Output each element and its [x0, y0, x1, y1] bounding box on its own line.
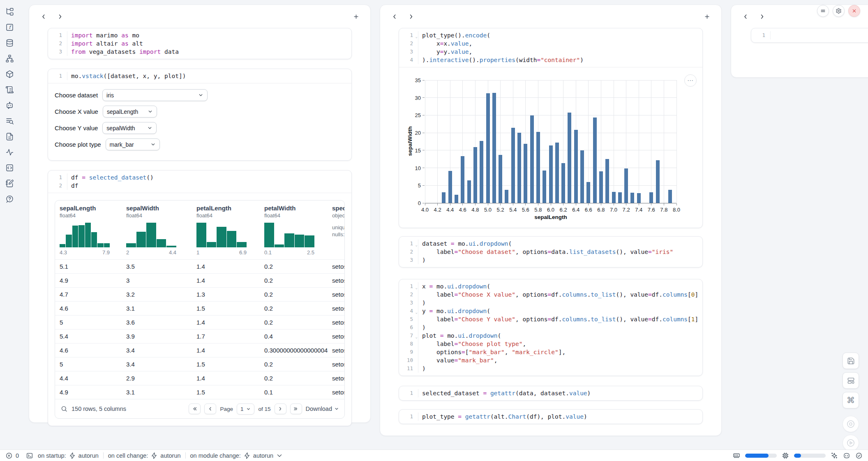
command-icon: ⌘	[847, 396, 855, 404]
x-tick-label: 6.8	[597, 207, 605, 213]
chart-bar	[505, 190, 508, 203]
chart-bar	[580, 150, 584, 203]
code-editor[interactable]: 1⌄dataset = mo.ui.dropdown(2 label="Choo…	[399, 237, 702, 267]
code-line: 2 label="Choose dataset", options=data.l…	[399, 248, 701, 256]
choose-x-value-select[interactable]: sepalLength	[103, 106, 157, 118]
column-header-sepalWidth[interactable]: sepalWidthfloat6424.4	[122, 201, 192, 259]
code-editor[interactable]: 1df = selected_dataset()2df	[48, 171, 351, 193]
divider	[103, 452, 104, 459]
bolt-icon	[69, 452, 76, 459]
chat-bot-icon[interactable]	[5, 100, 14, 110]
connection-status-button[interactable]	[855, 452, 863, 459]
table-cell: 5	[55, 361, 122, 368]
add-cell-button[interactable]	[351, 11, 361, 22]
code-editor[interactable]: 1⌄plot_type().encode(2 x=x.value,3 y=y.v…	[399, 28, 702, 67]
code-line: 1⌄x = mo.ui.dropdown(	[399, 282, 701, 290]
selected-dataset-cell: 1selected_dataset = getattr(data, datase…	[399, 386, 703, 401]
line-number: 3	[399, 256, 418, 264]
column-header-species[interactable]: speciesobjectuniquenulls:	[328, 201, 344, 259]
on-cell-change-mode[interactable]: on cell change:autorun	[108, 452, 181, 459]
table-cell: 1.7	[192, 333, 260, 340]
column-histogram	[60, 223, 110, 247]
layout-button[interactable]	[843, 372, 859, 389]
stop-button[interactable]	[843, 416, 859, 432]
code-line: 10 value="mark_bar",	[399, 356, 701, 364]
column-move-left-button[interactable]	[740, 11, 751, 22]
download-button[interactable]: Download	[306, 406, 339, 412]
table-cell: 0.2	[260, 263, 328, 270]
document-icon[interactable]	[5, 131, 14, 141]
table-cell: 1.4	[192, 263, 260, 270]
column-move-left-button[interactable]	[389, 11, 400, 22]
copilot-button[interactable]	[843, 452, 850, 459]
chart-bar	[549, 145, 553, 203]
database-icon[interactable]	[5, 38, 14, 48]
activity-icon[interactable]	[5, 147, 14, 157]
page-select[interactable]: 1	[237, 403, 255, 415]
code-line: 2import altair as alt	[48, 39, 350, 48]
line-number: 9	[399, 348, 418, 356]
file-tree-icon[interactable]	[5, 7, 14, 16]
choose-plot-type-select[interactable]: mark_bar	[106, 138, 160, 150]
keyboard-shortcuts-button[interactable]: ⌘	[843, 392, 859, 408]
x-tick-label: 7.0	[610, 207, 617, 213]
scroll-text-icon[interactable]	[5, 85, 14, 95]
memory-icon	[733, 452, 740, 459]
error-count: 0	[16, 452, 19, 459]
code-editor[interactable]: 1mo.vstack([dataset, x, y, plot])	[48, 69, 351, 83]
scratchpad-icon[interactable]	[5, 178, 14, 188]
y-axis-title: sepalWidth	[407, 80, 413, 203]
table-cell: 2.9	[122, 375, 192, 382]
prev-page-button[interactable]	[204, 403, 216, 414]
save-button[interactable]	[843, 353, 859, 369]
column-header-petalWidth[interactable]: petalWidthfloat640.12.5	[260, 201, 328, 259]
code-line: 4⌄y = mo.ui.dropdown(	[399, 307, 701, 315]
close-button[interactable]	[848, 5, 860, 17]
add-cell-button[interactable]	[702, 11, 712, 22]
first-page-button[interactable]	[189, 403, 201, 414]
table-cell: setosa	[328, 291, 344, 298]
column-header-sepalLength[interactable]: sepalLengthfloat644.37.9	[55, 201, 122, 259]
select-value: mark_bar	[110, 141, 134, 148]
help-icon[interactable]	[5, 194, 14, 204]
chart-bar	[499, 155, 502, 203]
chart-bar	[668, 190, 672, 203]
code-line: 6)	[399, 323, 701, 332]
ai-assistant-button[interactable]	[831, 452, 838, 459]
select-value: sepalLength	[107, 108, 138, 115]
run-button[interactable]	[843, 435, 859, 451]
notebook-menu-button[interactable]	[817, 5, 829, 17]
chart-bar	[480, 141, 483, 203]
code-line: 1⌄plot_type().encode(	[399, 31, 701, 39]
column-move-right-button[interactable]	[55, 11, 65, 22]
choose-y-value-select[interactable]: sepalWidth	[102, 122, 157, 134]
search-logs-icon[interactable]	[5, 116, 14, 126]
column-move-right-button[interactable]	[406, 11, 416, 22]
code-editor[interactable]: 1⌄x = mo.ui.dropdown(2 label="Choose X v…	[399, 279, 702, 376]
terminal-button[interactable]	[26, 452, 33, 459]
mode-label: on cell change:	[108, 452, 148, 459]
column-move-right-button[interactable]	[757, 11, 767, 22]
error-count-badge[interactable]: 0	[5, 452, 19, 459]
table-search-button[interactable]	[60, 405, 68, 413]
column-header-petalLength[interactable]: petalLengthfloat6416.9	[192, 201, 260, 259]
altair-bar-chart[interactable]: 4.04.24.44.64.85.05.25.45.65.86.06.26.46…	[399, 67, 702, 228]
next-page-button[interactable]	[275, 403, 286, 414]
code-output-icon[interactable]	[5, 163, 14, 173]
package-icon[interactable]	[5, 69, 14, 79]
code-editor[interactable]: 1selected_dataset = getattr(data, datase…	[399, 386, 702, 400]
function-square-icon[interactable]: f	[5, 22, 14, 32]
table-cell: 5	[55, 319, 122, 326]
on-startup-mode[interactable]: on startup:autorun	[38, 452, 99, 459]
code-editor[interactable]: 1import marimo as mo2import altair as al…	[48, 28, 351, 59]
settings-button[interactable]	[833, 5, 845, 17]
dependency-graph-icon[interactable]	[5, 53, 14, 63]
code-editor[interactable]: 1plot_type = getattr(alt.Chart(df), plot…	[399, 410, 702, 424]
choose-dataset-select[interactable]: iris	[102, 89, 208, 101]
code-editor[interactable]: 1 Start coding or generate with	[751, 28, 868, 42]
column-move-left-button[interactable]	[38, 11, 49, 22]
chart-actions-button[interactable]: ⋯	[684, 74, 697, 87]
on-module-change-mode[interactable]: on module change:autorun	[190, 452, 284, 459]
chart-bar	[624, 168, 628, 203]
last-page-button[interactable]	[290, 403, 302, 414]
